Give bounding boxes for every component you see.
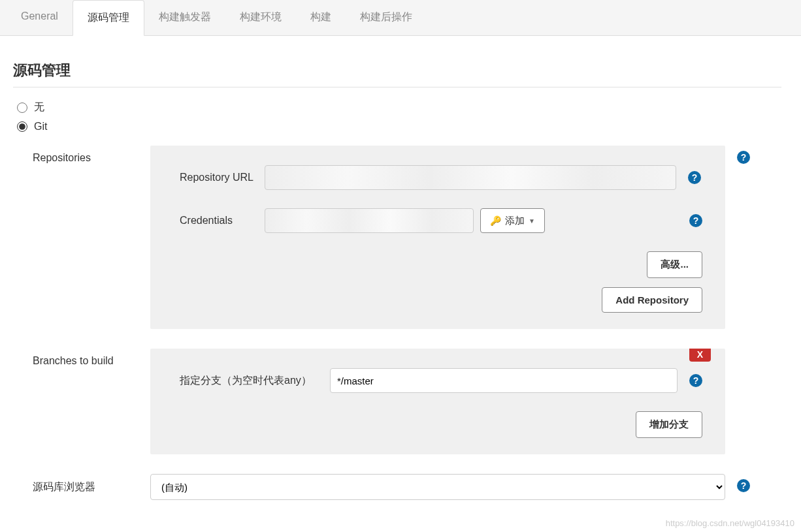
- scm-none-row[interactable]: 无: [17, 101, 781, 114]
- chevron-down-icon: ▼: [529, 217, 535, 225]
- tab-env[interactable]: 构建环境: [225, 0, 296, 35]
- help-icon[interactable]: ?: [737, 151, 750, 164]
- help-icon[interactable]: ?: [688, 171, 701, 184]
- scm-none-label: 无: [34, 101, 44, 114]
- scm-git-label: Git: [34, 121, 47, 133]
- tab-general[interactable]: General: [7, 0, 73, 35]
- add-credentials-label: 添加: [505, 215, 525, 227]
- add-credentials-button[interactable]: 🔑 添加 ▼: [480, 208, 545, 233]
- scm-git-radio[interactable]: [17, 121, 27, 132]
- credentials-select[interactable]: [265, 208, 474, 233]
- section-title: 源码管理: [13, 61, 781, 87]
- help-icon[interactable]: ?: [737, 479, 750, 492]
- branches-row: Branches to build X 指定分支（为空时代表any） ? 增加分…: [33, 349, 781, 454]
- repo-url-input[interactable]: [265, 165, 676, 190]
- tab-triggers[interactable]: 构建触发器: [144, 0, 225, 35]
- branches-label: Branches to build: [33, 349, 150, 367]
- repositories-label: Repositories: [33, 146, 150, 164]
- tab-post[interactable]: 构建后操作: [346, 0, 427, 35]
- branch-spec-input[interactable]: [330, 368, 678, 393]
- scm-none-radio[interactable]: [17, 102, 27, 113]
- repo-browser-label: 源码库浏览器: [33, 474, 150, 494]
- scm-radio-group: 无 Git: [17, 101, 781, 133]
- tab-build[interactable]: 构建: [296, 0, 346, 35]
- tab-scm[interactable]: 源码管理: [73, 0, 144, 36]
- config-tabs: General 源码管理 构建触发器 构建环境 构建 构建后操作: [0, 0, 801, 36]
- delete-branch-button[interactable]: X: [689, 349, 711, 362]
- scm-git-row[interactable]: Git: [17, 121, 781, 133]
- advanced-button[interactable]: 高级...: [647, 251, 702, 278]
- repositories-panel: Repository URL ? Credentials 🔑 添加 ▼ ? 高级…: [150, 146, 725, 329]
- branches-panel: X 指定分支（为空时代表any） ? 增加分支: [150, 349, 725, 454]
- repo-browser-row: 源码库浏览器 (自动) ?: [33, 474, 781, 500]
- key-icon: 🔑: [490, 215, 501, 226]
- repo-url-label: Repository URL: [180, 172, 265, 183]
- branch-spec-label: 指定分支（为空时代表any）: [180, 374, 330, 388]
- help-icon[interactable]: ?: [689, 374, 702, 387]
- repo-browser-select[interactable]: (自动): [150, 474, 725, 500]
- help-icon[interactable]: ?: [689, 214, 702, 227]
- repositories-row: Repositories Repository URL ? Credential…: [33, 146, 781, 329]
- watermark: https://blog.csdn.net/wgl04193410: [666, 518, 794, 528]
- add-branch-button[interactable]: 增加分支: [636, 411, 702, 438]
- add-repository-button[interactable]: Add Repository: [602, 287, 702, 313]
- credentials-label: Credentials: [180, 215, 265, 227]
